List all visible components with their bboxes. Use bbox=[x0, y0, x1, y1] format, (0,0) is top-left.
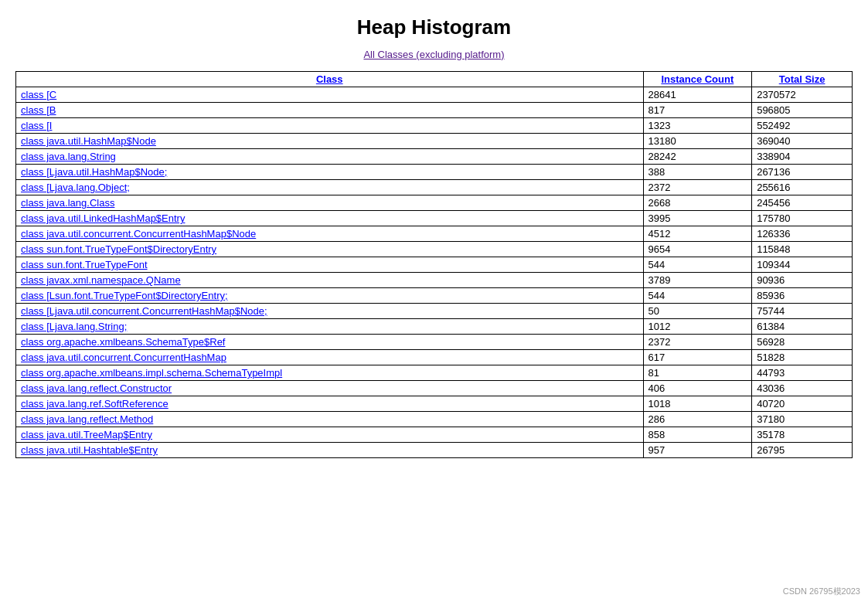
table-row: class org.apache.xmlbeans.SchemaType$Ref… bbox=[16, 335, 853, 350]
class-cell: class java.lang.String bbox=[16, 149, 644, 165]
class-cell: class sun.font.TrueTypeFont bbox=[16, 257, 644, 273]
table-row: class [C286412370572 bbox=[16, 87, 853, 103]
instance-count-cell: 544 bbox=[643, 257, 752, 273]
table-body: class [C286412370572class [B817596805cla… bbox=[16, 87, 853, 458]
class-link[interactable]: class [I bbox=[21, 120, 52, 131]
total-size-cell: 369040 bbox=[752, 134, 853, 149]
class-cell: class java.lang.ref.SoftReference bbox=[16, 396, 644, 412]
table-header-row: Class Instance Count Total Size bbox=[16, 72, 853, 87]
class-cell: class java.lang.reflect.Method bbox=[16, 412, 644, 427]
instance-count-header-link[interactable]: Instance Count bbox=[661, 73, 734, 85]
class-link[interactable]: class java.lang.reflect.Constructor bbox=[21, 382, 172, 394]
total-size-cell: 115848 bbox=[752, 242, 853, 257]
class-link[interactable]: class java.lang.ref.SoftReference bbox=[21, 398, 168, 410]
total-size-cell: 596805 bbox=[752, 103, 853, 118]
total-size-cell: 61384 bbox=[752, 319, 853, 335]
class-cell: class java.lang.reflect.Constructor bbox=[16, 381, 644, 396]
table-row: class [Ljava.util.HashMap$Node;388267136 bbox=[16, 165, 853, 180]
table-row: class java.lang.Class2668245456 bbox=[16, 195, 853, 211]
total-size-cell: 40720 bbox=[752, 396, 853, 412]
instance-count-cell: 1012 bbox=[643, 319, 752, 335]
class-link[interactable]: class sun.font.TrueTypeFont$DirectoryEnt… bbox=[21, 243, 216, 255]
class-cell: class java.util.Hashtable$Entry bbox=[16, 443, 644, 458]
class-link[interactable]: class java.lang.reflect.Method bbox=[21, 413, 153, 425]
class-link[interactable]: class sun.font.TrueTypeFont bbox=[21, 259, 148, 270]
class-cell: class java.util.TreeMap$Entry bbox=[16, 427, 644, 443]
instance-count-cell: 957 bbox=[643, 443, 752, 458]
class-link[interactable]: class [Ljava.lang.String; bbox=[21, 321, 127, 332]
total-size-cell: 245456 bbox=[752, 195, 853, 211]
total-size-cell: 35178 bbox=[752, 427, 853, 443]
table-row: class java.lang.reflect.Method28637180 bbox=[16, 412, 853, 427]
class-link[interactable]: class java.util.Hashtable$Entry bbox=[21, 444, 158, 456]
table-row: class [Ljava.lang.String;101261384 bbox=[16, 319, 853, 335]
total-size-cell: 85936 bbox=[752, 288, 853, 304]
table-row: class java.util.Hashtable$Entry95726795 bbox=[16, 443, 853, 458]
class-cell: class [Lsun.font.TrueTypeFont$DirectoryE… bbox=[16, 288, 644, 304]
class-link[interactable]: class org.apache.xmlbeans.impl.schema.Sc… bbox=[21, 367, 282, 379]
total-size-cell: 56928 bbox=[752, 335, 853, 350]
class-link[interactable]: class java.util.LinkedHashMap$Entry bbox=[21, 212, 185, 224]
table-row: class javax.xml.namespace.QName378990936 bbox=[16, 273, 853, 288]
class-link[interactable]: class [Ljava.lang.Object; bbox=[21, 182, 130, 193]
class-link[interactable]: class java.lang.String bbox=[21, 151, 116, 162]
class-link[interactable]: class [Lsun.font.TrueTypeFont$DirectoryE… bbox=[21, 290, 228, 301]
total-size-cell: 43036 bbox=[752, 381, 853, 396]
class-link[interactable]: class javax.xml.namespace.QName bbox=[21, 274, 181, 286]
class-link[interactable]: class [C bbox=[21, 89, 56, 100]
class-link[interactable]: class org.apache.xmlbeans.SchemaType$Ref bbox=[21, 336, 225, 348]
class-cell: class java.util.concurrent.ConcurrentHas… bbox=[16, 350, 644, 365]
instance-count-cell: 2372 bbox=[643, 335, 752, 350]
instance-count-cell: 2668 bbox=[643, 195, 752, 211]
class-cell: class [Ljava.lang.Object; bbox=[16, 180, 644, 195]
class-cell: class java.util.LinkedHashMap$Entry bbox=[16, 211, 644, 226]
class-cell: class java.util.HashMap$Node bbox=[16, 134, 644, 149]
total-size-cell: 75744 bbox=[752, 304, 853, 319]
class-header[interactable]: Class bbox=[16, 72, 644, 87]
subtitle-link[interactable]: All Classes (excluding platform) bbox=[363, 49, 504, 60]
class-header-link[interactable]: Class bbox=[316, 73, 343, 85]
class-cell: class sun.font.TrueTypeFont$DirectoryEnt… bbox=[16, 242, 644, 257]
instance-count-cell: 13180 bbox=[643, 134, 752, 149]
instance-count-cell: 1323 bbox=[643, 118, 752, 134]
total-size-header-link[interactable]: Total Size bbox=[779, 73, 825, 85]
total-size-cell: 552492 bbox=[752, 118, 853, 134]
class-link[interactable]: class java.lang.Class bbox=[21, 197, 114, 209]
total-size-cell: 26795 bbox=[752, 443, 853, 458]
total-size-cell: 37180 bbox=[752, 412, 853, 427]
class-link[interactable]: class java.util.HashMap$Node bbox=[21, 135, 156, 147]
class-link[interactable]: class [Ljava.util.concurrent.ConcurrentH… bbox=[21, 305, 267, 317]
table-row: class java.util.LinkedHashMap$Entry39951… bbox=[16, 211, 853, 226]
class-link[interactable]: class java.util.concurrent.ConcurrentHas… bbox=[21, 352, 226, 363]
total-size-cell: 126336 bbox=[752, 226, 853, 242]
class-cell: class [Ljava.util.HashMap$Node; bbox=[16, 165, 644, 180]
instance-count-cell: 858 bbox=[643, 427, 752, 443]
instance-count-cell: 50 bbox=[643, 304, 752, 319]
table-row: class org.apache.xmlbeans.impl.schema.Sc… bbox=[16, 365, 853, 381]
instance-count-cell: 617 bbox=[643, 350, 752, 365]
total-size-cell: 44793 bbox=[752, 365, 853, 381]
instance-count-cell: 81 bbox=[643, 365, 752, 381]
class-link[interactable]: class java.util.concurrent.ConcurrentHas… bbox=[21, 228, 256, 240]
instance-count-cell: 286 bbox=[643, 412, 752, 427]
class-cell: class org.apache.xmlbeans.impl.schema.Sc… bbox=[16, 365, 644, 381]
table-row: class [I1323552492 bbox=[16, 118, 853, 134]
class-cell: class java.lang.Class bbox=[16, 195, 644, 211]
table-row: class [B817596805 bbox=[16, 103, 853, 118]
instance-count-cell: 1018 bbox=[643, 396, 752, 412]
table-row: class java.util.concurrent.ConcurrentHas… bbox=[16, 226, 853, 242]
table-row: class [Ljava.util.concurrent.ConcurrentH… bbox=[16, 304, 853, 319]
table-row: class sun.font.TrueTypeFont$DirectoryEnt… bbox=[16, 242, 853, 257]
class-link[interactable]: class [Ljava.util.HashMap$Node; bbox=[21, 166, 167, 178]
table-row: class java.util.HashMap$Node13180369040 bbox=[16, 134, 853, 149]
heap-histogram-table: Class Instance Count Total Size class [C… bbox=[15, 71, 853, 458]
instance-count-header[interactable]: Instance Count bbox=[643, 72, 752, 87]
class-link[interactable]: class [B bbox=[21, 104, 56, 116]
class-cell: class [Ljava.lang.String; bbox=[16, 319, 644, 335]
total-size-cell: 90936 bbox=[752, 273, 853, 288]
instance-count-cell: 3995 bbox=[643, 211, 752, 226]
class-link[interactable]: class java.util.TreeMap$Entry bbox=[21, 429, 152, 440]
total-size-header[interactable]: Total Size bbox=[752, 72, 853, 87]
table-row: class sun.font.TrueTypeFont544109344 bbox=[16, 257, 853, 273]
table-row: class java.lang.String28242338904 bbox=[16, 149, 853, 165]
